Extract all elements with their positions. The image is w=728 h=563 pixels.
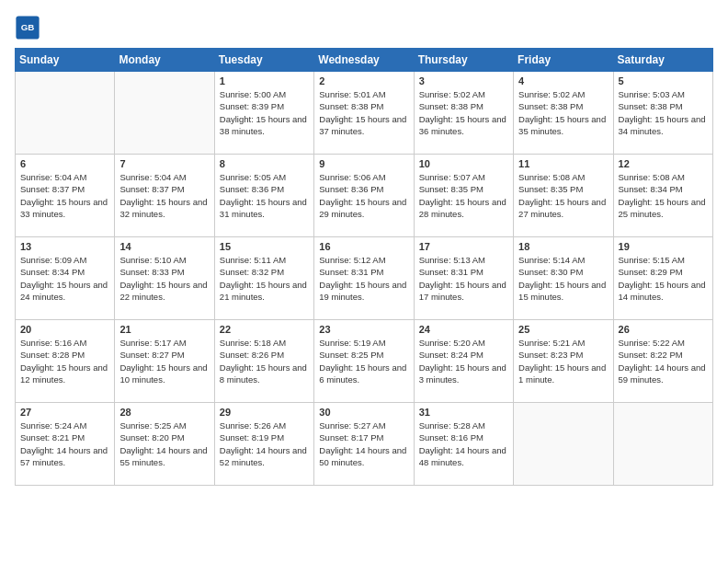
calendar-cell: 28Sunrise: 5:25 AMSunset: 8:20 PMDayligh…	[115, 403, 214, 486]
weekday-header: Wednesday	[314, 49, 414, 72]
day-detail: Sunrise: 5:17 AMSunset: 8:27 PMDaylight:…	[119, 337, 209, 385]
day-number: 7	[119, 158, 209, 169]
day-detail: Sunrise: 5:05 AMSunset: 8:36 PMDaylight:…	[220, 171, 309, 220]
day-number: 13	[20, 241, 109, 252]
weekday-header: Saturday	[613, 49, 712, 72]
day-detail: Sunrise: 5:08 AMSunset: 8:35 PMDaylight:…	[518, 171, 608, 220]
calendar-table: SundayMondayTuesdayWednesdayThursdayFrid…	[15, 48, 713, 486]
day-detail: Sunrise: 5:15 AMSunset: 8:29 PMDaylight:…	[619, 254, 708, 303]
calendar-cell: 17Sunrise: 5:13 AMSunset: 8:31 PMDayligh…	[414, 237, 513, 320]
day-detail: Sunrise: 5:00 AMSunset: 8:39 PMDaylight:…	[220, 88, 309, 137]
day-number: 9	[319, 158, 408, 169]
day-number: 31	[419, 407, 508, 418]
calendar-cell: 20Sunrise: 5:16 AMSunset: 8:28 PMDayligh…	[16, 320, 115, 403]
calendar-cell: 25Sunrise: 5:21 AMSunset: 8:23 PMDayligh…	[514, 320, 613, 403]
day-number: 1	[220, 75, 309, 86]
weekday-header: Tuesday	[214, 49, 313, 72]
calendar-cell: 24Sunrise: 5:20 AMSunset: 8:24 PMDayligh…	[414, 320, 513, 403]
day-detail: Sunrise: 5:25 AMSunset: 8:20 PMDaylight:…	[119, 419, 209, 468]
weekday-header: Monday	[115, 49, 214, 72]
calendar-cell: 27Sunrise: 5:24 AMSunset: 8:21 PMDayligh…	[16, 403, 115, 486]
day-detail: Sunrise: 5:10 AMSunset: 8:33 PMDaylight:…	[119, 254, 209, 303]
day-detail: Sunrise: 5:28 AMSunset: 8:16 PMDaylight:…	[419, 419, 508, 468]
day-number: 20	[20, 324, 109, 335]
day-number: 17	[419, 241, 508, 252]
calendar-cell: 1Sunrise: 5:00 AMSunset: 8:39 PMDaylight…	[214, 72, 313, 155]
calendar-cell: 26Sunrise: 5:22 AMSunset: 8:22 PMDayligh…	[613, 320, 712, 403]
calendar-cell: 16Sunrise: 5:12 AMSunset: 8:31 PMDayligh…	[314, 237, 414, 320]
day-detail: Sunrise: 5:14 AMSunset: 8:30 PMDaylight:…	[518, 254, 608, 303]
day-detail: Sunrise: 5:22 AMSunset: 8:22 PMDaylight:…	[619, 337, 708, 385]
day-number: 18	[518, 241, 608, 252]
calendar-cell	[16, 72, 115, 155]
day-detail: Sunrise: 5:02 AMSunset: 8:38 PMDaylight:…	[419, 88, 508, 137]
calendar-cell: 15Sunrise: 5:11 AMSunset: 8:32 PMDayligh…	[214, 237, 313, 320]
calendar-cell: 29Sunrise: 5:26 AMSunset: 8:19 PMDayligh…	[214, 403, 313, 486]
calendar-cell: 23Sunrise: 5:19 AMSunset: 8:25 PMDayligh…	[314, 320, 414, 403]
calendar-cell: 6Sunrise: 5:04 AMSunset: 8:37 PMDaylight…	[16, 155, 115, 237]
day-detail: Sunrise: 5:04 AMSunset: 8:37 PMDaylight:…	[119, 171, 209, 220]
day-detail: Sunrise: 5:20 AMSunset: 8:24 PMDaylight:…	[419, 337, 508, 385]
calendar-cell: 11Sunrise: 5:08 AMSunset: 8:35 PMDayligh…	[514, 155, 613, 237]
calendar-cell: 12Sunrise: 5:08 AMSunset: 8:34 PMDayligh…	[613, 155, 712, 237]
day-detail: Sunrise: 5:08 AMSunset: 8:34 PMDaylight:…	[619, 171, 708, 220]
logo-icon: GB	[15, 15, 40, 40]
weekday-header: Sunday	[16, 49, 115, 72]
calendar-cell: 5Sunrise: 5:03 AMSunset: 8:38 PMDaylight…	[613, 72, 712, 155]
day-number: 14	[119, 241, 209, 252]
day-detail: Sunrise: 5:11 AMSunset: 8:32 PMDaylight:…	[220, 254, 309, 303]
calendar-cell	[115, 72, 214, 155]
day-detail: Sunrise: 5:13 AMSunset: 8:31 PMDaylight:…	[419, 254, 508, 303]
day-detail: Sunrise: 5:07 AMSunset: 8:35 PMDaylight:…	[419, 171, 508, 220]
day-number: 21	[119, 324, 209, 335]
day-number: 25	[518, 324, 608, 335]
day-number: 30	[319, 407, 408, 418]
calendar-cell: 18Sunrise: 5:14 AMSunset: 8:30 PMDayligh…	[514, 237, 613, 320]
calendar-cell: 8Sunrise: 5:05 AMSunset: 8:36 PMDaylight…	[214, 155, 313, 237]
day-number: 26	[619, 324, 708, 335]
calendar-cell: 7Sunrise: 5:04 AMSunset: 8:37 PMDaylight…	[115, 155, 214, 237]
day-detail: Sunrise: 5:19 AMSunset: 8:25 PMDaylight:…	[319, 337, 408, 385]
calendar-cell	[514, 403, 613, 486]
calendar-cell: 3Sunrise: 5:02 AMSunset: 8:38 PMDaylight…	[414, 72, 513, 155]
day-detail: Sunrise: 5:27 AMSunset: 8:17 PMDaylight:…	[319, 419, 408, 468]
day-detail: Sunrise: 5:18 AMSunset: 8:26 PMDaylight:…	[220, 337, 309, 385]
day-number: 22	[220, 324, 309, 335]
day-detail: Sunrise: 5:04 AMSunset: 8:37 PMDaylight:…	[20, 171, 109, 220]
calendar-cell: 13Sunrise: 5:09 AMSunset: 8:34 PMDayligh…	[16, 237, 115, 320]
calendar-cell: 30Sunrise: 5:27 AMSunset: 8:17 PMDayligh…	[314, 403, 414, 486]
day-number: 6	[20, 158, 109, 169]
day-number: 23	[319, 324, 408, 335]
day-number: 24	[419, 324, 508, 335]
calendar-cell: 10Sunrise: 5:07 AMSunset: 8:35 PMDayligh…	[414, 155, 513, 237]
calendar-cell: 2Sunrise: 5:01 AMSunset: 8:38 PMDaylight…	[314, 72, 414, 155]
weekday-header: Friday	[514, 49, 613, 72]
day-number: 4	[518, 75, 608, 86]
day-detail: Sunrise: 5:12 AMSunset: 8:31 PMDaylight:…	[319, 254, 408, 303]
day-number: 12	[619, 158, 708, 169]
day-number: 19	[619, 241, 708, 252]
day-number: 15	[220, 241, 309, 252]
day-detail: Sunrise: 5:02 AMSunset: 8:38 PMDaylight:…	[518, 88, 608, 137]
calendar-cell: 14Sunrise: 5:10 AMSunset: 8:33 PMDayligh…	[115, 237, 214, 320]
page-header: GB	[15, 15, 713, 40]
day-number: 27	[20, 407, 109, 418]
day-number: 5	[619, 75, 708, 86]
day-detail: Sunrise: 5:26 AMSunset: 8:19 PMDaylight:…	[220, 419, 309, 468]
calendar-cell: 22Sunrise: 5:18 AMSunset: 8:26 PMDayligh…	[214, 320, 313, 403]
calendar-cell: 4Sunrise: 5:02 AMSunset: 8:38 PMDaylight…	[514, 72, 613, 155]
calendar-cell: 19Sunrise: 5:15 AMSunset: 8:29 PMDayligh…	[613, 237, 712, 320]
logo: GB	[15, 15, 44, 40]
day-detail: Sunrise: 5:24 AMSunset: 8:21 PMDaylight:…	[20, 419, 109, 468]
day-number: 28	[119, 407, 209, 418]
day-detail: Sunrise: 5:06 AMSunset: 8:36 PMDaylight:…	[319, 171, 408, 220]
day-number: 29	[220, 407, 309, 418]
calendar-cell: 21Sunrise: 5:17 AMSunset: 8:27 PMDayligh…	[115, 320, 214, 403]
day-detail: Sunrise: 5:21 AMSunset: 8:23 PMDaylight:…	[518, 337, 608, 385]
day-number: 16	[319, 241, 408, 252]
calendar-cell	[613, 403, 712, 486]
day-number: 2	[319, 75, 408, 86]
svg-text:GB: GB	[21, 22, 35, 32]
calendar-cell: 31Sunrise: 5:28 AMSunset: 8:16 PMDayligh…	[414, 403, 513, 486]
day-detail: Sunrise: 5:16 AMSunset: 8:28 PMDaylight:…	[20, 337, 109, 385]
